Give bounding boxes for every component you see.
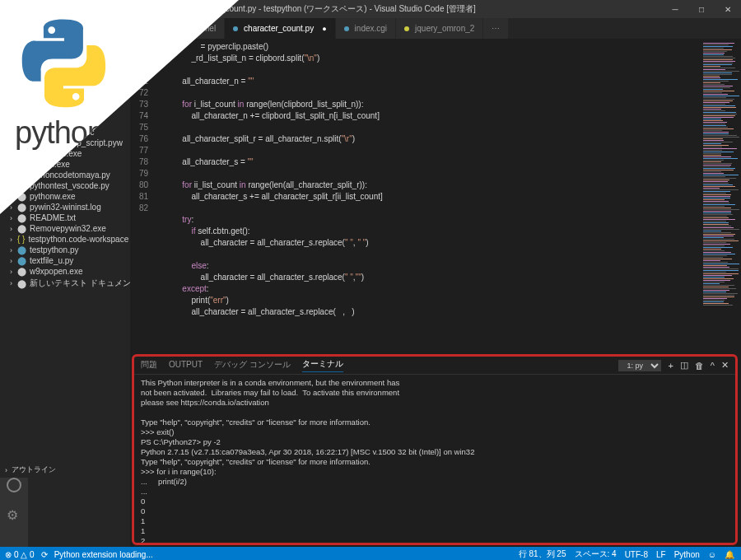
tab-character_count.py[interactable]: character_count.py● <box>225 18 336 39</box>
gear-icon[interactable]: ⚙ <box>7 507 21 522</box>
file-item[interactable]: ›⬤ Removepywin32.exe <box>0 223 130 234</box>
maximize-button[interactable]: □ <box>688 0 715 18</box>
panel-tab-2[interactable]: デバッグ コンソール <box>214 359 291 372</box>
python-icon <box>15 15 114 114</box>
terminal-output[interactable]: This Python interpreter is in a conda en… <box>134 375 735 543</box>
status-language[interactable]: Python <box>674 550 700 559</box>
status-sync[interactable]: ⟳ <box>41 550 48 559</box>
outline-header[interactable]: ›アウトライン <box>0 462 130 478</box>
maximize-panel-icon[interactable]: ^ <box>711 361 715 371</box>
status-eol[interactable]: LF <box>656 550 666 559</box>
more-tabs[interactable]: ⋯ <box>483 18 509 39</box>
status-spaces[interactable]: スペース: 4 <box>575 548 617 560</box>
file-item[interactable]: ›⬤ testpython.py <box>0 245 130 255</box>
close-button[interactable]: ✕ <box>715 0 741 18</box>
status-ln-col[interactable]: 行 81、列 25 <box>519 548 566 560</box>
file-item[interactable]: ›⬤ textfile_u.py <box>0 255 130 266</box>
minimize-button[interactable]: ─ <box>662 0 688 18</box>
file-item[interactable]: ›⬤ README.txt <box>0 212 130 223</box>
status-encoding[interactable]: UTF-8 <box>625 550 648 559</box>
terminal-panel: 問題OUTPUTデバッグ コンソールターミナル 1: py + ◫ 🗑 ^ ✕ … <box>132 354 738 545</box>
trash-icon[interactable]: 🗑 <box>695 361 704 371</box>
tab-jquery_omron_2[interactable]: jquery_omron_2 <box>396 18 483 39</box>
panel-tab-3[interactable]: ターミナル <box>302 358 343 372</box>
file-item[interactable]: ›⬤ pywin32-wininst.log <box>0 202 130 212</box>
panel-tab-1[interactable]: OUTPUT <box>169 360 203 371</box>
panel-tabs: 問題OUTPUTデバッグ コンソールターミナル 1: py + ◫ 🗑 ^ ✕ <box>134 357 735 375</box>
status-bar: ⊗ 0 △ 0 ⟳ Python extension loading... 行 … <box>0 547 741 560</box>
terminal-selector[interactable]: 1: py <box>618 360 661 371</box>
split-terminal-icon[interactable]: ◫ <box>680 360 688 371</box>
code-text[interactable]: = pyperclip.paste() _rd_list_split_n = c… <box>155 40 701 352</box>
status-problems[interactable]: ⊗ 0 △ 0 <box>5 550 35 559</box>
close-panel-icon[interactable]: ✕ <box>721 360 729 371</box>
code-editor[interactable]: 686970717273747576777879808182 = pypercl… <box>130 40 741 352</box>
status-feedback-icon[interactable]: ☺ <box>708 550 716 559</box>
panel-tab-0[interactable]: 問題 <box>141 359 157 372</box>
file-item[interactable]: ›⬤ w9xpopen.exe <box>0 266 130 277</box>
file-item[interactable]: ›{ } testpython.code-workspace <box>0 234 130 245</box>
tab-index.cgi[interactable]: index.cgi <box>336 18 396 39</box>
file-item[interactable]: ›⬤ 新しいテキスト ドキュメント.txt <box>0 277 130 290</box>
status-loading: Python extension loading... <box>54 550 153 559</box>
status-bell-icon[interactable]: 🔔 <box>725 550 734 559</box>
account-icon[interactable] <box>7 478 21 492</box>
activity-bar: ⚙ <box>0 478 28 547</box>
terminal-actions: 1: py + ◫ 🗑 ^ ✕ <box>618 360 729 371</box>
new-terminal-icon[interactable]: + <box>668 361 673 371</box>
minimap[interactable] <box>701 40 741 352</box>
